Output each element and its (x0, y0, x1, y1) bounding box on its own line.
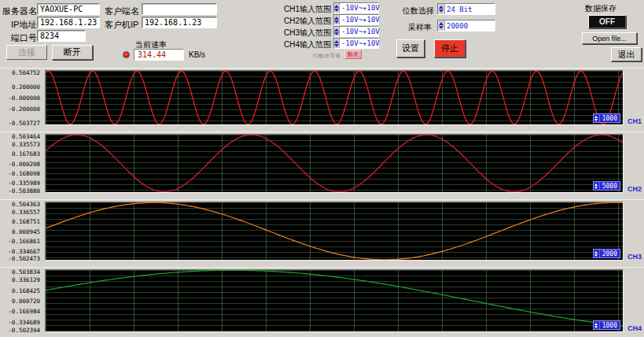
y-axis-labels: 0.5043630.3365570.1687510.000945-0.16686… (0, 202, 42, 261)
server-name-input[interactable] (37, 3, 100, 15)
y-tick-label: -0.503727 (8, 120, 40, 127)
chart-ch2: 0.5034640.3355730.167683-0.000208-0.1680… (0, 131, 644, 198)
ch2-range-value: -10V~+10V (340, 16, 380, 24)
chart-ch3: 0.5043630.3365570.1687510.000945-0.16686… (0, 199, 644, 265)
spinner-icon[interactable] (594, 114, 600, 122)
scroll-value: 5000 (600, 183, 620, 190)
client-name-label: 客户端名 (105, 6, 139, 17)
client-name-input[interactable] (142, 3, 217, 15)
settings-button[interactable]: 设置 (396, 39, 425, 57)
sample-rate-select[interactable]: 20000 (437, 20, 495, 31)
port-input[interactable] (37, 30, 86, 42)
y-tick-label: -0.168098 (8, 170, 40, 177)
y-tick-label: -0.166984 (8, 308, 40, 315)
y-tick-label: -0.000208 (8, 161, 40, 168)
ch4-range-select[interactable]: -10V~+10V (333, 38, 379, 49)
chart-ch1: 0.5047520.200000-0.000000-0.200000-0.503… (0, 68, 644, 130)
waveform-plot-ch3: 2000 (45, 202, 624, 261)
ch1-range-label: CH1输入范围 (274, 4, 331, 15)
y-tick-label: -0.502473 (8, 255, 40, 262)
y-tick-label: -0.334667 (8, 248, 40, 255)
channel-label-ch3: CH3 (627, 253, 642, 261)
channel-label-ch4: CH4 (627, 324, 642, 332)
y-tick-label: 0.000945 (12, 228, 40, 235)
y-tick-label: -0.334689 (8, 319, 40, 326)
waveform-ch4 (46, 270, 623, 331)
y-tick-label: 0.336557 (12, 209, 40, 216)
channel-label-ch1: CH1 (627, 117, 642, 125)
scroll-spinner-ch1[interactable]: 1000 (593, 113, 620, 123)
y-tick-label: -0.000000 (8, 94, 40, 102)
spinner-icon[interactable] (334, 3, 340, 13)
rate-led-indicator (123, 51, 130, 58)
y-tick-label: 0.167683 (12, 150, 40, 157)
y-axis-labels: 0.5047520.200000-0.000000-0.200000-0.503… (0, 70, 42, 125)
waveform-ch2 (46, 135, 623, 192)
channel-label-ch2: CH2 (627, 185, 642, 193)
client-ip-label: 客户机IP (105, 19, 138, 31)
y-axis-labels: 0.5034640.3355730.167683-0.000208-0.1680… (0, 134, 42, 193)
y-tick-label: 0.335573 (12, 141, 40, 148)
scroll-value: 1000 (600, 115, 620, 122)
rate-value: 314.44 (134, 49, 184, 61)
y-tick-label: 0.504363 (12, 201, 40, 208)
y-tick-label: 0.000720 (12, 298, 40, 305)
scroll-spinner-ch2[interactable]: 5000 (593, 181, 620, 191)
y-tick-label: -0.166861 (8, 238, 40, 245)
ch1-range-value: -10V~+10V (340, 4, 380, 12)
io-trigger-button[interactable]: 触发 (344, 50, 362, 59)
spinner-icon[interactable] (438, 4, 445, 14)
sample-rate-value: 20000 (445, 22, 468, 30)
spinner-icon[interactable] (594, 182, 600, 190)
open-file-button[interactable]: Open file... (582, 32, 637, 44)
ch3-range-value: -10V~+10V (340, 28, 380, 35)
stop-button[interactable]: 停止 (434, 39, 466, 57)
disconnect-button[interactable]: 断开 (52, 45, 93, 60)
y-tick-label: 0.336129 (12, 276, 40, 283)
ch4-range-value: -10V~+10V (340, 39, 380, 47)
scroll-value: 2000 (600, 250, 620, 257)
waveform-plot-ch2: 5000 (45, 134, 624, 193)
spinner-icon[interactable] (334, 27, 340, 36)
ch1-range-select[interactable]: -10V~+10V (333, 2, 379, 13)
y-tick-label: -0.200000 (8, 106, 40, 113)
ch2-range-select[interactable]: -10V~+10V (333, 14, 379, 25)
connect-button[interactable]: 连接 (6, 45, 47, 60)
exit-button[interactable]: 退出 (611, 47, 642, 61)
chart-ch4: 0.5038340.3361290.1684250.000720-0.16698… (0, 267, 644, 337)
scroll-spinner-ch4[interactable]: 1000 (593, 320, 620, 330)
y-tick-label: -0.503880 (8, 187, 40, 194)
ch3-range-label: CH3输入范围 (274, 28, 331, 39)
waveform-ch1 (46, 71, 623, 124)
data-save-toggle[interactable]: OFF (588, 15, 626, 28)
spinner-icon[interactable] (594, 250, 600, 257)
bits-value: 24 Bit (445, 6, 473, 13)
port-label: 端口号 (11, 32, 37, 44)
y-tick-label: -0.502394 (8, 327, 40, 334)
y-tick-label: 0.168425 (12, 287, 40, 294)
waveform-plot-ch1: 1000 (45, 70, 624, 125)
spinner-icon[interactable] (594, 321, 600, 329)
ch2-range-label: CH2输入范围 (274, 16, 331, 27)
spinner-icon[interactable] (334, 39, 340, 48)
sample-rate-label: 采样率 (408, 22, 432, 33)
waveform-ch3 (46, 202, 623, 260)
ch3-range-select[interactable]: -10V~+10V (333, 26, 379, 37)
y-tick-label: 0.503464 (12, 133, 40, 140)
scroll-spinner-ch3[interactable]: 2000 (593, 249, 620, 258)
bits-label: 位数选择 (403, 6, 434, 17)
ch4-range-label: CH4输入范围 (274, 39, 331, 50)
y-tick-label: 0.168751 (12, 218, 40, 225)
spinner-icon[interactable] (334, 15, 340, 24)
bits-select[interactable]: 24 Bit (437, 3, 495, 15)
spinner-icon[interactable] (438, 20, 445, 31)
client-ip-input[interactable] (142, 17, 217, 28)
app-window: 服务器名 IP地址 端口号 客户端名 客户机IP 连接 断开 当前速率 314.… (0, 0, 644, 337)
y-tick-label: -0.335989 (8, 180, 40, 187)
scroll-value: 1000 (600, 322, 620, 329)
server-ip-label: IP地址 (11, 19, 36, 31)
rate-unit-label: KB/s (189, 50, 205, 59)
y-tick-label: 0.200000 (12, 83, 40, 91)
data-save-label: 数据保存 (585, 3, 616, 14)
server-ip-input[interactable] (37, 17, 100, 28)
